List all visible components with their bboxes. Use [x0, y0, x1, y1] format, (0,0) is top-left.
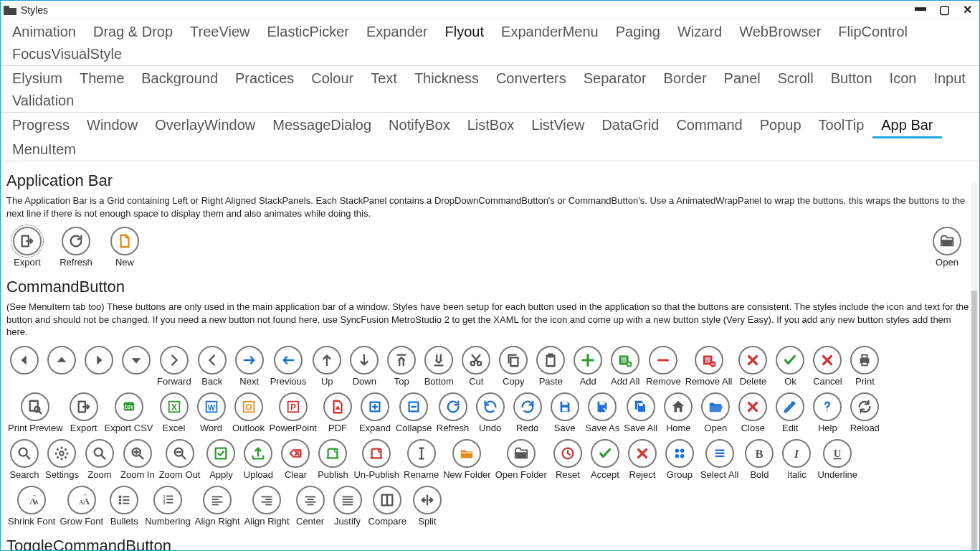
top-button[interactable]: Top	[384, 346, 419, 387]
tab-animation[interactable]: Animation	[4, 21, 85, 43]
tab-background[interactable]: Background	[133, 67, 227, 90]
tab-text[interactable]: Text	[362, 67, 406, 90]
tab-listview[interactable]: ListView	[523, 114, 593, 138]
un-publish-button[interactable]: Un-Publish	[352, 439, 401, 480]
grow-font-button[interactable]: AAGrow Font	[58, 486, 105, 527]
zoom-button[interactable]: Zoom	[82, 439, 118, 480]
italic-button[interactable]: IItalic	[779, 439, 814, 480]
outlook-button[interactable]: OOutlook	[231, 392, 267, 433]
rename-button[interactable]: Rename	[402, 439, 440, 480]
apply-button[interactable]: Apply	[203, 439, 239, 480]
tab-practices[interactable]: Practices	[227, 67, 303, 90]
cut-button[interactable]: Cut	[458, 346, 494, 387]
group-button[interactable]: Group	[662, 439, 698, 480]
tab-expandermenu[interactable]: ExpanderMenu	[493, 21, 607, 43]
zoom-out-button[interactable]: Zoom Out	[158, 439, 202, 480]
bullets-button[interactable]: Bullets	[106, 486, 142, 527]
scrollbar[interactable]	[971, 183, 978, 551]
split-button[interactable]: Split	[409, 486, 445, 527]
remove-all-button[interactable]: Remove All	[684, 346, 734, 387]
save-button[interactable]: Save	[547, 392, 583, 433]
paste-button[interactable]: Paste	[533, 346, 569, 387]
tab-listbox[interactable]: ListBox	[459, 114, 523, 138]
copy-button[interactable]: Copy	[495, 346, 531, 387]
tab-datagrid[interactable]: DataGrid	[593, 114, 667, 138]
tab-colour[interactable]: Colour	[303, 67, 362, 90]
tab-popup[interactable]: Popup	[751, 114, 810, 138]
home-button[interactable]: Home	[660, 392, 696, 433]
arrow-left-button[interactable]	[6, 346, 42, 387]
tab-input[interactable]: Input	[925, 67, 974, 90]
collapse-button[interactable]: Collapse	[394, 392, 434, 433]
tab-progress[interactable]: Progress	[4, 114, 78, 138]
word-button[interactable]: WWord	[194, 392, 229, 433]
tab-theme[interactable]: Theme	[71, 67, 133, 90]
tab-button[interactable]: Button	[822, 67, 881, 90]
arrow-up-button[interactable]	[44, 346, 80, 387]
new-button[interactable]: New	[104, 227, 146, 268]
publish-button[interactable]: Publish	[315, 439, 351, 480]
previous-button[interactable]: Previous	[269, 346, 308, 387]
tab-window[interactable]: Window	[78, 114, 146, 138]
select-all-button[interactable]: Select All	[699, 439, 740, 480]
settings-button[interactable]: Settings	[44, 439, 80, 480]
tab-menuitem[interactable]: MenuItem	[4, 138, 85, 161]
undo-button[interactable]: Undo	[472, 392, 508, 433]
justify-button[interactable]: Justify	[330, 486, 366, 527]
tab-elasticpicker[interactable]: ElasticPicker	[258, 21, 357, 43]
center-button[interactable]: Center	[292, 486, 328, 527]
remove-button[interactable]: Remove	[644, 346, 682, 387]
clear-button[interactable]: Clear	[277, 439, 313, 480]
upload-button[interactable]: Upload	[240, 439, 276, 480]
zoom-in-button[interactable]: Zoom In	[119, 439, 156, 480]
redo-button[interactable]: Redo	[510, 392, 546, 433]
arrow-down-button[interactable]	[118, 346, 154, 387]
tab-drag-drop[interactable]: Drag & Drop	[85, 21, 181, 43]
add-all-button[interactable]: Add All	[607, 346, 643, 387]
help-button[interactable]: Help	[809, 392, 845, 433]
down-button[interactable]: Down	[346, 346, 382, 387]
cancel-button[interactable]: Cancel	[809, 346, 845, 387]
refresh-button[interactable]: Refresh	[435, 392, 471, 433]
tab-tooltip[interactable]: ToolTip	[810, 114, 873, 138]
tab-command[interactable]: Command	[667, 114, 751, 138]
bottom-button[interactable]: Bottom	[421, 346, 457, 387]
save-as-button[interactable]: Save As	[584, 392, 622, 433]
underline-button[interactable]: UUnderline	[816, 439, 859, 480]
tab-border[interactable]: Border	[655, 67, 715, 90]
export-csv-button[interactable]: CSVExport CSV	[103, 392, 155, 433]
tab-treeview[interactable]: TreeView	[181, 21, 258, 43]
open-folder-button[interactable]: Open Folder	[494, 439, 548, 480]
shrink-font-button[interactable]: AAShrink Font	[6, 486, 57, 527]
excel-button[interactable]: XExcel	[156, 392, 192, 433]
open-button[interactable]: Open	[698, 392, 733, 433]
tab-flyout[interactable]: Flyout	[437, 21, 493, 43]
align-right-button[interactable]: Align Right	[194, 486, 242, 527]
tab-messagedialog[interactable]: MessageDialog	[264, 114, 380, 138]
edit-button[interactable]: Edit	[772, 392, 808, 433]
arrow-right-button[interactable]	[81, 346, 117, 387]
tab-overlaywindow[interactable]: OverlayWindow	[146, 114, 264, 138]
reject-button[interactable]: Reject	[624, 439, 660, 480]
up-button[interactable]: Up	[309, 346, 345, 387]
delete-button[interactable]: Delete	[735, 346, 771, 387]
tab-converters[interactable]: Converters	[487, 67, 575, 90]
tab-icon[interactable]: Icon	[881, 67, 926, 90]
tab-notifybox[interactable]: NotifyBox	[380, 114, 459, 138]
ok-button[interactable]: Ok	[772, 346, 808, 387]
maximize-button[interactable]: ▢	[939, 3, 950, 17]
tab-scroll[interactable]: Scroll	[769, 67, 822, 90]
compare-button[interactable]: Compare	[367, 486, 408, 527]
close-button[interactable]: Close	[735, 392, 771, 433]
next-button[interactable]: Next	[232, 346, 267, 387]
tab-webbrowser[interactable]: WebBrowser	[731, 21, 829, 43]
new-folder-button[interactable]: New Folder	[442, 439, 492, 480]
tab-wizard[interactable]: Wizard	[669, 21, 731, 43]
align-right-button[interactable]: Align Right	[243, 486, 291, 527]
print-preview-button[interactable]: Print Preview	[6, 392, 65, 433]
reset-button[interactable]: Reset	[550, 439, 586, 480]
close-button[interactable]: ✕	[963, 3, 972, 17]
tab-app-bar[interactable]: App Bar	[872, 114, 941, 138]
tab-thickness[interactable]: Thickness	[406, 67, 487, 90]
export-button[interactable]: Export	[66, 392, 102, 433]
